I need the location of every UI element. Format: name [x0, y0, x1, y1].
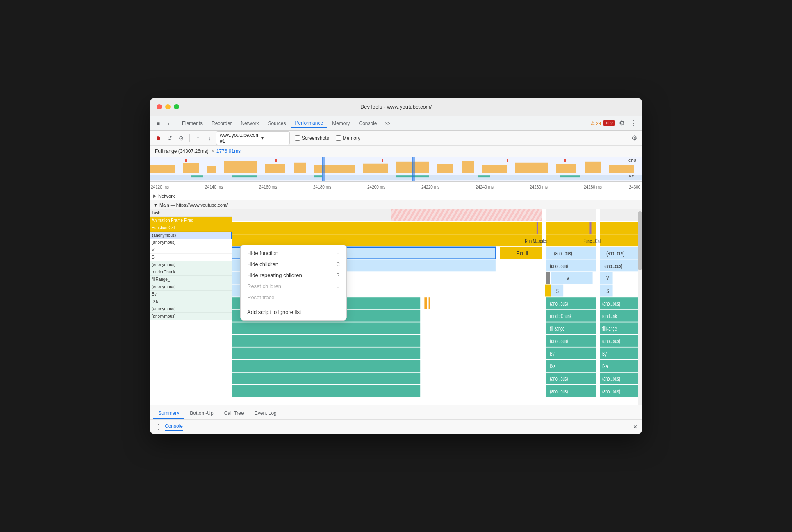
tick-3: 24180 ms: [313, 185, 331, 189]
svg-text:(ano...ous): (ano...ous): [550, 388, 568, 395]
left-label-animation-frame: Animation Frame Fired: [150, 217, 232, 224]
reload-button[interactable]: ↺: [165, 133, 175, 143]
tick-4: 24200 ms: [367, 185, 385, 189]
timeline-overview[interactable]: CPU NET: [150, 157, 642, 182]
left-label-anonymous-selected[interactable]: (anonymous): [150, 232, 232, 239]
warning-count: 29: [596, 121, 601, 126]
svg-text:(ano...ous): (ano...ous): [554, 250, 572, 257]
bottom-tabs: Summary Bottom-Up Call Tree Event Log: [150, 405, 642, 419]
svg-rect-14: [556, 164, 576, 173]
tab-bottom-up[interactable]: Bottom-Up: [185, 408, 218, 419]
left-label-v[interactable]: V: [150, 246, 232, 254]
tab-memory[interactable]: Memory: [328, 119, 354, 128]
svg-text:IXa: IXa: [550, 363, 556, 370]
tab-elements[interactable]: Elements: [178, 119, 207, 128]
inspect-icon[interactable]: ■: [153, 118, 163, 128]
settings-icon[interactable]: ⚙: [617, 118, 626, 128]
svg-rect-18: [275, 159, 277, 162]
tick-0: 24120 ms: [151, 185, 169, 189]
hide-repeating-label: Hide repeating children: [247, 272, 302, 278]
tab-more[interactable]: >>: [382, 118, 393, 128]
tab-summary[interactable]: Summary: [153, 408, 184, 419]
flame-area: Task Animation Frame Fired Function Call…: [150, 209, 642, 405]
left-label-anonymous-3[interactable]: (anonymous): [150, 261, 232, 268]
svg-rect-25: [314, 175, 322, 177]
tab-performance[interactable]: Performance: [291, 118, 327, 128]
main-thread-header: ▼ Main — https://www.youtube.com/: [150, 200, 642, 209]
svg-rect-1: [150, 165, 175, 173]
svg-text:renderChunk_: renderChunk_: [550, 313, 574, 320]
hide-repeating-shortcut: R: [336, 273, 340, 278]
url-select[interactable]: www.youtube.com #1 ▾: [216, 131, 290, 145]
download-button[interactable]: ↓: [205, 133, 214, 143]
svg-rect-71: [545, 285, 551, 297]
svg-rect-4: [224, 161, 257, 173]
context-menu-hide-function[interactable]: Hide function H: [241, 248, 346, 259]
memory-input[interactable]: [336, 135, 341, 141]
title-bar: DevTools - www.youtube.com/: [150, 98, 642, 116]
left-label-anonymous-2[interactable]: (anonymous): [150, 239, 232, 246]
clear-button[interactable]: ⊘: [176, 133, 186, 143]
svg-text:By: By: [602, 350, 607, 357]
svg-text:(ano...ous): (ano...ous): [550, 375, 568, 382]
svg-rect-35: [391, 209, 542, 221]
console-menu-icon[interactable]: ⋮: [155, 423, 162, 431]
left-label-by[interactable]: By: [150, 291, 232, 298]
svg-rect-38: [232, 222, 542, 234]
collapse-icon: ▼: [153, 202, 158, 207]
tab-bar: ■ ▭ Elements Recorder Network Sources Pe…: [150, 116, 642, 131]
toolbar-right: ⚙: [630, 134, 639, 142]
left-label-ixa[interactable]: IXa: [150, 298, 232, 305]
svg-rect-15: [585, 162, 601, 173]
svg-rect-42: [540, 222, 542, 234]
tab-recorder[interactable]: Recorder: [207, 119, 236, 128]
screenshots-checkbox[interactable]: Screenshots: [295, 135, 329, 141]
svg-text:S: S: [556, 288, 559, 295]
svg-text:(ano...ous): (ano...ous): [602, 388, 620, 395]
left-label-fillrange[interactable]: fillRange_: [150, 276, 232, 283]
tab-network[interactable]: Network: [237, 119, 263, 128]
svg-rect-24: [232, 175, 257, 177]
svg-text:(ano...ous): (ano...ous): [602, 338, 620, 345]
separator-1: [189, 134, 190, 142]
hide-function-shortcut: H: [336, 250, 340, 256]
traffic-lights: [157, 104, 179, 109]
tab-sources[interactable]: Sources: [264, 119, 290, 128]
network-row[interactable]: ▶ Network: [150, 191, 642, 200]
network-label: Network: [158, 193, 175, 198]
error-icon: ✕: [605, 120, 609, 126]
more-options-icon[interactable]: ⋮: [629, 118, 639, 128]
context-menu-hide-repeating[interactable]: Hide repeating children R: [241, 270, 346, 281]
tick-2: 24160 ms: [259, 185, 277, 189]
svg-text:fillRange_: fillRange_: [550, 325, 567, 332]
tab-console[interactable]: Console: [355, 119, 381, 128]
context-menu-add-ignore[interactable]: Add script to ignore list: [241, 307, 346, 318]
upload-button[interactable]: ↑: [193, 133, 203, 143]
close-button[interactable]: [157, 104, 162, 109]
svg-rect-3: [207, 166, 216, 173]
left-label-s[interactable]: S: [150, 254, 232, 261]
left-label-anonymous-6[interactable]: (anonymous): [150, 313, 232, 320]
svg-rect-31: [322, 157, 412, 181]
console-tab-label[interactable]: Console: [165, 423, 183, 431]
screenshots-input[interactable]: [295, 135, 300, 141]
console-close-button[interactable]: ×: [633, 423, 637, 431]
capture-settings-icon[interactable]: ⚙: [630, 134, 639, 142]
context-menu-hide-children[interactable]: Hide children C: [241, 259, 346, 270]
record-button[interactable]: ⏺: [153, 133, 163, 143]
minimize-button[interactable]: [165, 104, 171, 109]
memory-checkbox[interactable]: Memory: [336, 135, 360, 141]
chevron-down-icon: ▾: [261, 135, 286, 141]
tab-call-tree[interactable]: Call Tree: [219, 408, 249, 419]
svg-text:S: S: [606, 288, 609, 295]
scrollbar-track[interactable]: [638, 209, 642, 405]
svg-rect-11: [462, 161, 474, 173]
add-ignore-label: Add script to ignore list: [247, 309, 301, 315]
left-label-anonymous-5[interactable]: (anonymous): [150, 305, 232, 313]
scrollbar-thumb[interactable]: [638, 211, 642, 270]
maximize-button[interactable]: [174, 104, 179, 109]
device-icon[interactable]: ▭: [166, 118, 175, 128]
left-label-anonymous-4[interactable]: (anonymous): [150, 283, 232, 291]
left-label-renderchunk[interactable]: renderChunk_: [150, 268, 232, 276]
tab-event-log[interactable]: Event Log: [250, 408, 282, 419]
